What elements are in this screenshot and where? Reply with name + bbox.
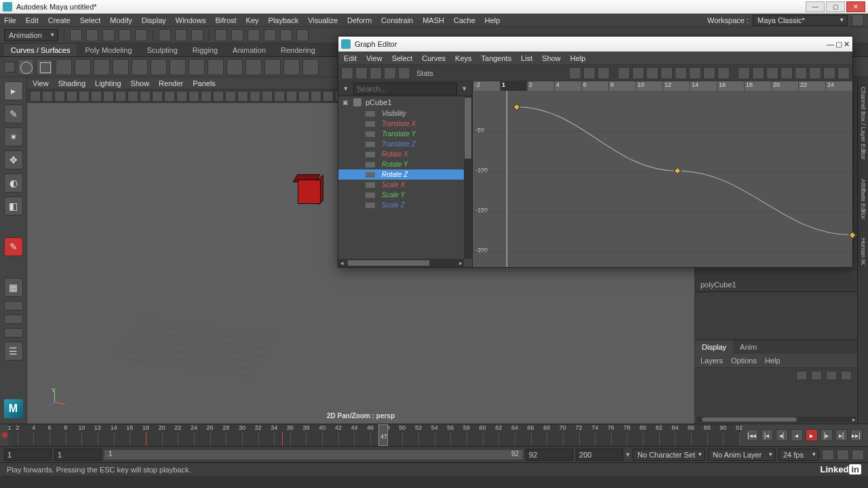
character-set-dropdown[interactable]: No Character Set [633, 449, 705, 461]
arc3pt-icon[interactable] [132, 59, 148, 75]
ge-break-icon[interactable] [766, 67, 778, 79]
shelf-tab-sculpting[interactable]: Sculpting [140, 44, 184, 56]
menu-windows[interactable]: Windows [176, 16, 206, 24]
shelf-tab-rendering[interactable]: Rendering [274, 44, 322, 56]
graph-editor-titlebar[interactable]: Graph Editor — ▢ ✕ [338, 37, 852, 52]
select-mask3-icon[interactable] [191, 29, 203, 41]
add-points-icon[interactable] [283, 59, 300, 75]
pcube1-mesh[interactable] [295, 174, 322, 204]
menu-modify[interactable]: Modify [110, 16, 132, 24]
autokey-icon[interactable] [837, 449, 849, 460]
outliner-vscrollbar[interactable] [464, 96, 472, 259]
ge-plateau-icon[interactable] [703, 67, 715, 79]
last-tool[interactable]: ✎ [4, 237, 23, 256]
history-icon[interactable] [296, 29, 309, 41]
prev-key-button[interactable]: |◂ [761, 429, 773, 441]
anim-layer-dropdown[interactable]: No Anim Layer [708, 449, 776, 461]
vp-menu-lighting[interactable]: Lighting [95, 79, 121, 87]
node-name[interactable]: polyCube1 [695, 278, 857, 292]
vp-tool-icon[interactable] [213, 91, 224, 102]
attr-scale-z[interactable]: Scale Z [338, 200, 464, 210]
vp-tool-icon[interactable] [250, 91, 260, 102]
curve-edit-icon[interactable] [302, 59, 319, 75]
side-tab-human-ik[interactable]: Human IK [859, 235, 867, 268]
vp-tool-icon[interactable] [103, 91, 114, 102]
menu-mash[interactable]: MASH [422, 16, 444, 24]
menu-select[interactable]: Select [80, 16, 101, 24]
graph-time-ruler[interactable]: -2124681012141618202224 [473, 81, 852, 91]
vp-tool-icon[interactable] [164, 91, 175, 102]
layout-single-icon[interactable]: ▦ [4, 278, 23, 297]
vp-tool-icon[interactable] [176, 91, 187, 102]
menu-bifrost[interactable]: Bifrost [215, 16, 236, 24]
playback-start-input[interactable] [54, 449, 102, 461]
ge-stepped-icon[interactable] [660, 67, 673, 79]
tab-anim[interactable]: Anim [733, 340, 764, 354]
attr-scale-y[interactable]: Scale Y [338, 190, 464, 200]
vp-menu-view[interactable]: View [33, 79, 49, 87]
attr-translate-y[interactable]: Translate Y [338, 129, 464, 139]
graph-search-input[interactable] [353, 83, 457, 95]
new-icon[interactable] [70, 29, 82, 41]
cv-curve-icon[interactable] [56, 59, 72, 75]
time-slider-track[interactable]: 1246810121416182022242628303234363840424… [9, 424, 739, 446]
graph-view[interactable]: -2124681012141618202224 -50-100-150-200 [473, 81, 852, 267]
ge-search-filter-icon[interactable]: ▾ [341, 84, 351, 93]
ge-snap-icon[interactable] [398, 67, 410, 79]
attr-translate-z[interactable]: Translate Z [338, 139, 464, 149]
ge-menu-list[interactable]: List [521, 54, 532, 62]
attr-scale-x[interactable]: Scale X [338, 180, 464, 190]
snap-plane-icon[interactable] [264, 29, 276, 41]
vp-tool-icon[interactable] [298, 91, 309, 102]
ge-search-dd-icon[interactable]: ▾ [460, 84, 469, 93]
vp-menu-panels[interactable]: Panels [193, 79, 216, 87]
attr-translate-x[interactable]: Translate X [338, 119, 464, 129]
move-tool[interactable]: ✥ [4, 150, 23, 169]
attr-rotate-x[interactable]: Rotate X [338, 149, 464, 159]
scroll-right-icon[interactable]: ▸ [850, 416, 857, 423]
ge-linear-icon[interactable] [632, 67, 644, 79]
go-end-button[interactable]: ▸▸| [850, 429, 863, 441]
ge-close-button[interactable]: ✕ [844, 40, 850, 49]
ge-value-icon[interactable] [837, 67, 850, 79]
select-mask2-icon[interactable] [175, 29, 187, 41]
attr-visibility[interactable]: Visibility [338, 108, 464, 119]
outliner-toggle-icon[interactable]: ☰ [4, 342, 23, 361]
timeline-key[interactable] [282, 432, 283, 446]
ge-fixed-icon[interactable] [689, 67, 701, 79]
ge-auto-icon[interactable] [717, 67, 730, 79]
loop-icon[interactable] [822, 449, 834, 460]
shelf-tab-rigging[interactable]: Rigging [186, 44, 224, 56]
detach-curve-icon[interactable] [189, 59, 205, 75]
ge-menu-select[interactable]: Select [392, 54, 413, 62]
anim-end-input[interactable] [576, 449, 623, 461]
ge-buffer-icon[interactable] [738, 67, 750, 79]
arc2pt-icon[interactable] [151, 59, 167, 75]
ge-lock-icon[interactable] [809, 67, 821, 79]
snap-point-icon[interactable] [248, 29, 260, 41]
vp-tool-icon[interactable] [152, 91, 163, 102]
ge-tangent3-icon[interactable] [597, 67, 610, 79]
vp-tool-icon[interactable] [66, 91, 77, 102]
outliner-node-pcube1[interactable]: ▣ pCube1 [338, 96, 464, 108]
vp-tool-icon[interactable] [42, 91, 53, 102]
lasso-tool[interactable]: ✎ [4, 104, 23, 123]
offset-curve-icon[interactable] [245, 59, 262, 75]
layout-custom-icon[interactable] [4, 328, 23, 338]
minimize-button[interactable]: — [806, 1, 825, 12]
snap-grid-icon[interactable] [215, 29, 227, 41]
vp-tool-icon[interactable] [91, 91, 102, 102]
ge-menu-show[interactable]: Show [542, 54, 561, 62]
snap-live-icon[interactable] [280, 29, 292, 41]
open-icon[interactable] [86, 29, 98, 41]
ge-menu-edit[interactable]: Edit [344, 54, 357, 62]
vp-tool-icon[interactable] [237, 91, 248, 102]
rebuild-curve-icon[interactable] [264, 59, 281, 75]
scroll-left-icon[interactable]: ◂ [338, 260, 345, 266]
nurbs-square-icon[interactable] [37, 59, 53, 75]
shelf-tab-poly-modeling[interactable]: Poly Modeling [78, 44, 138, 56]
attr-rotate-y[interactable]: Rotate Y [338, 159, 464, 169]
bezier-icon[interactable] [94, 59, 110, 75]
menu-key[interactable]: Key [246, 16, 259, 24]
ep-curve-icon[interactable] [75, 59, 91, 75]
